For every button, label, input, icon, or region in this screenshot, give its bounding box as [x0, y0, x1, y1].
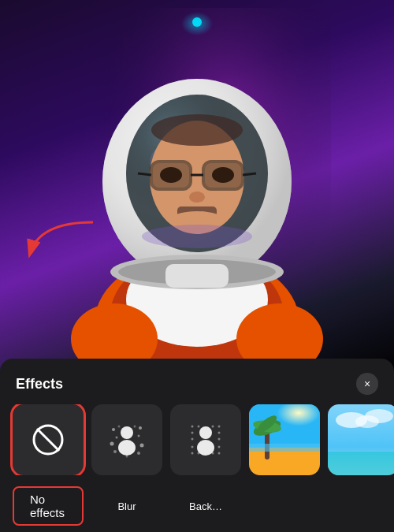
svg-point-42 — [113, 450, 117, 453]
sky-thumb[interactable] — [328, 404, 394, 475]
blur-person-icon — [107, 420, 147, 459]
svg-point-18 — [160, 167, 182, 183]
svg-line-31 — [37, 429, 59, 451]
svg-point-52 — [218, 446, 221, 448]
svg-point-23 — [142, 225, 252, 248]
svg-point-50 — [218, 432, 221, 434]
svg-point-38 — [138, 435, 140, 437]
camera-view — [0, 0, 394, 378]
effect-item-blur[interactable] — [91, 404, 162, 475]
svg-point-43 — [137, 452, 140, 455]
svg-line-17 — [243, 173, 256, 175]
effect-item-beach[interactable] — [249, 404, 320, 475]
svg-point-45 — [191, 426, 194, 428]
beach-thumb[interactable] — [249, 404, 320, 475]
effect-item-background[interactable] — [170, 404, 241, 475]
effect-item-no-effects[interactable] — [13, 404, 84, 475]
svg-point-60 — [197, 440, 214, 456]
svg-point-40 — [118, 426, 121, 428]
svg-point-73 — [365, 409, 393, 423]
effects-panel: Effects × — [0, 359, 394, 532]
svg-point-2 — [181, 12, 213, 35]
svg-point-58 — [218, 438, 221, 441]
background-label: Back… — [189, 500, 222, 512]
svg-point-37 — [139, 426, 142, 430]
blur-thumb[interactable] — [91, 404, 162, 475]
svg-rect-68 — [249, 444, 320, 452]
svg-point-48 — [218, 426, 221, 428]
effect-item-sky[interactable] — [328, 404, 394, 475]
svg-point-19 — [212, 167, 234, 183]
svg-rect-63 — [249, 448, 320, 475]
svg-point-49 — [191, 432, 194, 434]
svg-point-51 — [191, 446, 194, 448]
svg-point-53 — [191, 452, 194, 455]
blur-label: Blur — [117, 500, 136, 512]
ban-icon — [31, 422, 65, 457]
svg-point-35 — [116, 437, 118, 439]
svg-point-12 — [151, 114, 243, 146]
svg-point-44 — [126, 456, 128, 458]
svg-point-20 — [189, 192, 205, 203]
svg-point-46 — [198, 426, 200, 428]
svg-point-34 — [112, 428, 115, 431]
no-effects-thumb[interactable] — [13, 404, 84, 475]
svg-rect-26 — [165, 264, 229, 288]
close-button[interactable]: × — [356, 373, 378, 395]
svg-point-57 — [191, 438, 194, 441]
svg-point-33 — [118, 440, 136, 456]
sky-image — [328, 404, 394, 475]
background-person-icon — [186, 420, 225, 459]
astronaut-preview — [55, 0, 339, 378]
effects-title: Effects — [16, 376, 63, 392]
no-effects-label: No effects — [13, 486, 84, 526]
beach-image — [249, 404, 320, 475]
svg-point-59 — [199, 426, 212, 439]
background-thumb[interactable] — [170, 404, 241, 475]
effects-row[interactable] — [0, 404, 394, 475]
svg-point-32 — [121, 426, 133, 439]
svg-line-16 — [138, 173, 151, 175]
svg-point-56 — [218, 452, 221, 455]
svg-point-41 — [134, 426, 136, 428]
svg-point-36 — [110, 442, 114, 446]
svg-rect-70 — [328, 452, 394, 475]
effects-header: Effects × — [0, 359, 394, 404]
svg-point-39 — [140, 444, 144, 448]
svg-point-47 — [212, 426, 214, 428]
